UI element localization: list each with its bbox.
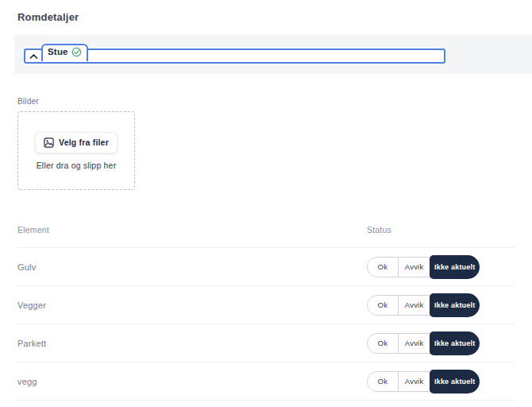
status-option-avvik[interactable]: Avvik	[399, 296, 430, 315]
select-files-button-label: Velg fra filer	[59, 138, 109, 147]
element-label: Gulv	[17, 262, 367, 272]
check-circle-icon	[71, 47, 82, 57]
page-title: Romdetaljer	[17, 11, 79, 23]
image-icon	[44, 138, 54, 148]
select-files-button[interactable]: Velg fra filer	[35, 132, 118, 153]
table-row: Vegger Ok Avvik Ikke aktuelt	[17, 286, 515, 324]
status-segmented-control: Ok Avvik Ikke aktuelt	[367, 333, 479, 354]
status-column-header: Status	[367, 225, 515, 247]
table-row: Gulv Ok Avvik Ikke aktuelt	[17, 248, 515, 286]
element-label: vegg	[17, 377, 367, 386]
drag-drop-hint: Eller dra og slipp her	[37, 161, 117, 170]
room-accordion-panel: Stue	[14, 35, 532, 74]
status-option-ok[interactable]: Ok	[368, 258, 399, 277]
room-name-label: Stue	[48, 47, 68, 56]
element-column-header: Element	[17, 225, 367, 247]
status-option-ikke-aktuelt[interactable]: Ikke aktuelt	[430, 331, 480, 355]
status-option-ikke-aktuelt[interactable]: Ikke aktuelt	[430, 255, 480, 279]
status-option-ikke-aktuelt[interactable]: Ikke aktuelt	[430, 370, 480, 393]
status-option-ok[interactable]: Ok	[368, 372, 399, 391]
table-row: Parkett Ok Avvik Ikke aktuelt	[17, 324, 515, 362]
status-option-ok[interactable]: Ok	[368, 296, 399, 315]
status-option-avvik[interactable]: Avvik	[399, 258, 430, 277]
status-segmented-control: Ok Avvik Ikke aktuelt	[367, 371, 479, 392]
status-option-avvik[interactable]: Avvik	[399, 334, 430, 353]
image-dropzone[interactable]: Velg fra filer Eller dra og slipp her	[17, 111, 135, 190]
status-cell: Ok Avvik Ikke aktuelt	[367, 333, 515, 354]
room-accordion-header[interactable]: Stue	[24, 48, 445, 64]
status-option-ok[interactable]: Ok	[368, 334, 399, 353]
images-section-label: Bilder	[17, 97, 39, 106]
status-cell: Ok Avvik Ikke aktuelt	[367, 257, 515, 277]
status-segmented-control: Ok Avvik Ikke aktuelt	[367, 295, 479, 316]
chevron-up-icon	[29, 53, 38, 60]
romdetaljer-page: Romdetaljer Stue Bilder Velg fra filer	[0, 0, 532, 407]
status-segmented-control: Ok Avvik Ikke aktuelt	[367, 257, 479, 277]
status-option-avvik[interactable]: Avvik	[399, 372, 430, 391]
status-option-ikke-aktuelt[interactable]: Ikke aktuelt	[430, 293, 480, 317]
status-cell: Ok Avvik Ikke aktuelt	[367, 295, 515, 316]
element-label: Parkett	[17, 339, 367, 348]
status-cell: Ok Avvik Ikke aktuelt	[367, 371, 515, 392]
element-status-table: Element Status Gulv Ok Avvik Ikke aktuel…	[17, 225, 515, 401]
table-header-row: Element Status	[17, 225, 515, 248]
table-row: vegg Ok Avvik Ikke aktuelt	[17, 362, 515, 401]
room-name-chip[interactable]: Stue	[41, 44, 88, 61]
element-label: Vegger	[17, 300, 367, 310]
